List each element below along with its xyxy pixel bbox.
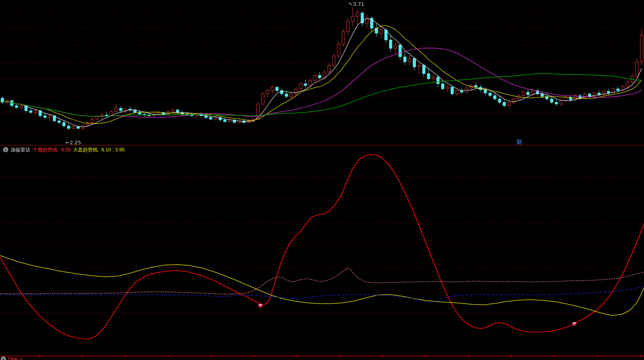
collapse-icon[interactable]: ∨ <box>1 356 6 360</box>
next-indicator-header-clipped: ∨ Qne↓= <box>1 356 22 360</box>
indicator-name[interactable]: 连振雷达 <box>11 145 30 154</box>
collapse-icon[interactable]: ∨ <box>3 147 8 152</box>
clipped-label: Qne↓= <box>8 356 22 360</box>
radar-indicator-chart[interactable] <box>0 154 644 360</box>
market-trend-value: 6.10 : 3.95 <box>101 145 124 154</box>
market-trend-label: 大盘趋势线: <box>73 145 99 154</box>
stock-trend-value: 8.59 <box>61 145 71 154</box>
svg-text:←2.25: ←2.25 <box>65 140 81 145</box>
indicator-header: ∨ 连振雷达 个股趋势线: 8.59 大盘趋势线: 6.10 : 3.95 <box>0 145 644 154</box>
candlestick-chart[interactable]: ↖3.71←2.25 <box>0 0 644 145</box>
stock-terminal-screen: ↖3.71←2.25 财 ∨ 连振雷达 个股趋势线: 8.59 大盘趋势线: 6… <box>0 0 644 360</box>
svg-text:↖3.71: ↖3.71 <box>349 1 364 7</box>
stock-trend-label: 个股趋势线: <box>33 145 59 154</box>
